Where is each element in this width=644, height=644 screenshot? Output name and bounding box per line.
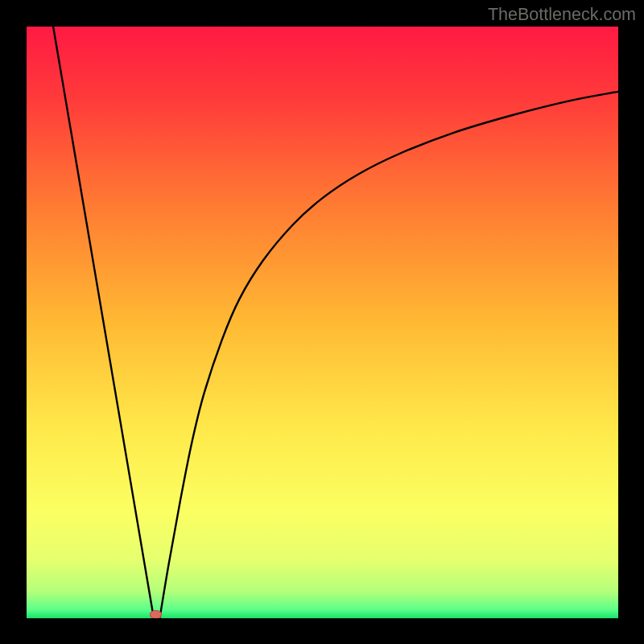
chart-plot-area: [27, 27, 618, 618]
bottleneck-curve: [27, 27, 618, 618]
watermark-text: TheBottleneck.com: [488, 5, 636, 25]
chart-frame: [0, 0, 644, 644]
optimal-point-marker: [150, 610, 162, 618]
